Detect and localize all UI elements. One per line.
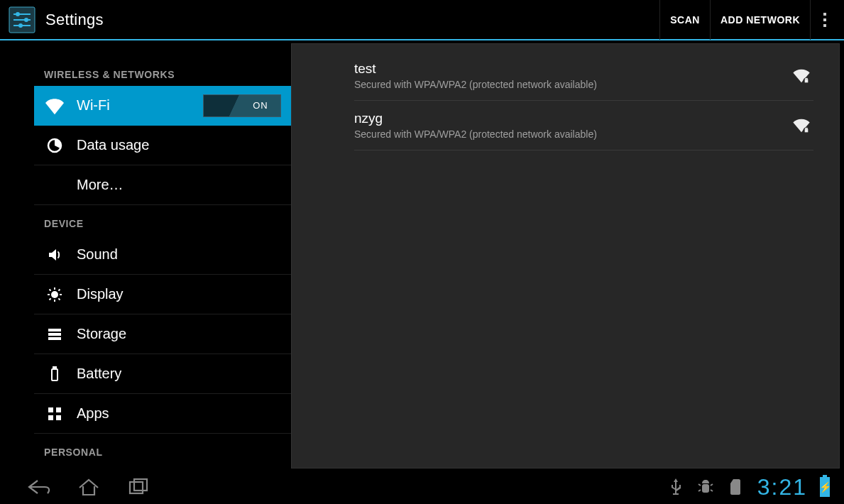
usb-icon <box>665 476 686 498</box>
sidebar-item-label: Wi-Fi <box>77 97 203 114</box>
clock[interactable]: 3:21 <box>757 474 807 500</box>
category-personal: PERSONAL <box>34 447 291 458</box>
svg-rect-17 <box>48 329 61 332</box>
network-name: test <box>354 61 789 77</box>
wifi-network-list: test Secured with WPA/WPA2 (protected ne… <box>291 43 840 469</box>
sidebar-item-apps[interactable]: Apps <box>34 394 291 434</box>
svg-rect-21 <box>53 367 56 369</box>
sidebar-item-battery[interactable]: Battery <box>34 354 291 394</box>
svg-rect-33 <box>134 479 147 491</box>
storage-icon <box>44 324 65 345</box>
sd-card-icon <box>725 476 746 498</box>
svg-rect-25 <box>56 415 61 420</box>
sidebar-item-label: Display <box>77 286 291 302</box>
wifi-toggle-label: ON <box>241 95 280 116</box>
network-desc: Secured with WPA/WPA2 (protected network… <box>354 128 789 140</box>
svg-line-35 <box>698 484 701 486</box>
overflow-menu-button[interactable] <box>810 0 838 40</box>
data-usage-icon <box>44 135 65 156</box>
svg-line-13 <box>50 289 51 290</box>
category-device: DEVICE <box>34 218 291 229</box>
app-title: Settings <box>45 11 104 29</box>
sidebar-item-label: More… <box>77 177 291 193</box>
back-button[interactable] <box>14 470 64 504</box>
network-name: nzyg <box>354 111 789 126</box>
svg-rect-24 <box>48 415 53 420</box>
svg-line-37 <box>698 490 701 491</box>
sidebar-item-storage[interactable]: Storage <box>34 314 291 354</box>
sidebar-item-label: Data usage <box>77 137 291 153</box>
battery-charging-icon: ⚡ <box>820 477 830 497</box>
settings-sidebar: WIRELESS & NETWORKS Wi-Fi ON Data usage <box>0 40 291 470</box>
sidebar-item-more[interactable]: More… <box>34 165 291 205</box>
wifi-signal-icon <box>789 64 813 88</box>
sidebar-item-display[interactable]: Display <box>34 275 291 314</box>
wifi-toggle[interactable]: ON <box>203 94 281 117</box>
system-bar: 3:21 ⚡ <box>0 470 844 504</box>
svg-rect-19 <box>48 337 61 340</box>
svg-rect-22 <box>48 407 53 412</box>
svg-point-2 <box>16 12 20 16</box>
svg-rect-18 <box>48 333 61 336</box>
wifi-icon <box>44 95 65 116</box>
adb-debug-icon <box>695 476 716 498</box>
apps-icon <box>44 403 65 424</box>
battery-icon <box>44 363 65 385</box>
svg-rect-20 <box>52 369 57 380</box>
svg-point-8 <box>51 291 58 298</box>
sidebar-item-sound[interactable]: Sound <box>34 235 291 275</box>
svg-line-14 <box>58 298 60 300</box>
svg-rect-23 <box>56 407 61 412</box>
wifi-network-item[interactable]: nzyg Secured with WPA/WPA2 (protected ne… <box>354 101 813 150</box>
svg-line-38 <box>711 490 713 491</box>
network-desc: Secured with WPA/WPA2 (protected network… <box>354 79 789 90</box>
sidebar-item-label: Battery <box>77 366 291 382</box>
sidebar-item-data-usage[interactable]: Data usage <box>34 126 291 165</box>
display-icon <box>44 284 65 305</box>
action-bar: Settings SCAN ADD NETWORK <box>0 0 844 40</box>
sound-icon <box>44 244 65 265</box>
home-button[interactable] <box>64 470 114 504</box>
svg-line-16 <box>58 289 60 290</box>
svg-point-4 <box>24 18 28 22</box>
sidebar-item-label: Sound <box>77 246 291 263</box>
settings-app-icon <box>7 5 37 35</box>
svg-rect-34 <box>702 484 709 493</box>
wifi-network-item[interactable]: test Secured with WPA/WPA2 (protected ne… <box>354 51 813 101</box>
sidebar-item-label: Storage <box>77 326 291 342</box>
svg-line-15 <box>50 298 51 300</box>
wifi-signal-icon <box>789 114 813 138</box>
recent-apps-button[interactable] <box>114 470 163 504</box>
svg-point-6 <box>18 23 23 28</box>
category-wireless: WIRELESS & NETWORKS <box>34 69 291 80</box>
svg-rect-32 <box>130 482 143 493</box>
add-network-button[interactable]: ADD NETWORK <box>710 0 810 40</box>
sidebar-item-label: Apps <box>77 405 291 422</box>
svg-line-36 <box>711 484 713 486</box>
sidebar-item-wifi[interactable]: Wi-Fi ON <box>34 86 291 126</box>
scan-button[interactable]: SCAN <box>659 0 710 40</box>
